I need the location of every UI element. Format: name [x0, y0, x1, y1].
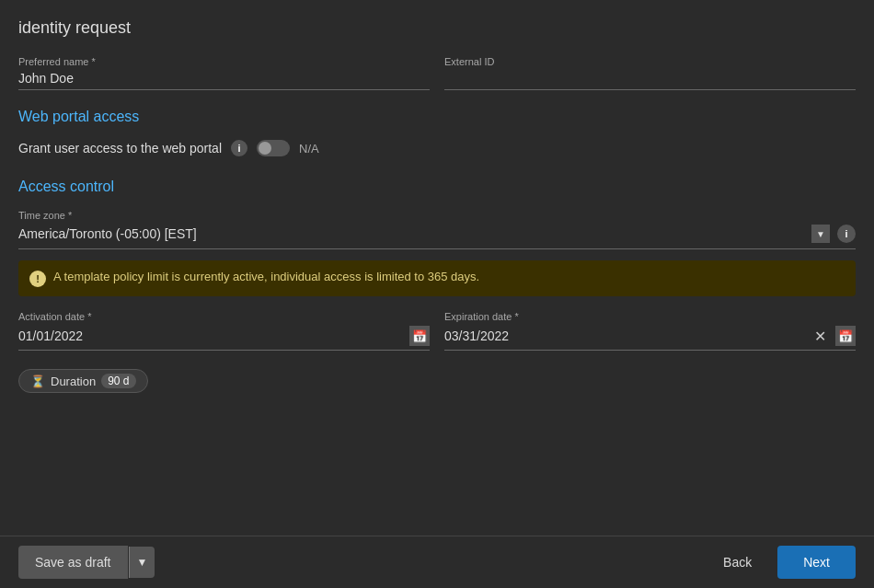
- web-portal-section-title: Web portal access: [18, 109, 856, 125]
- timezone-info-icon[interactable]: i: [837, 225, 856, 243]
- timezone-label: Time zone *: [18, 210, 856, 221]
- warning-message: A template policy limit is currently act…: [53, 270, 479, 283]
- timezone-dropdown-arrow[interactable]: ▼: [811, 225, 830, 243]
- main-content: identity request Preferred name * Extern…: [0, 0, 874, 536]
- footer-right: Back Next: [707, 546, 856, 579]
- duration-days: 90 d: [101, 374, 135, 388]
- page-title: identity request: [18, 18, 856, 38]
- external-id-group: External ID: [444, 56, 856, 90]
- preferred-name-input[interactable]: [18, 71, 430, 86]
- access-control-section-title: Access control: [18, 179, 856, 195]
- back-button[interactable]: Back: [707, 546, 768, 579]
- save-draft-button[interactable]: Save as draft: [18, 546, 128, 579]
- activation-calendar-icon[interactable]: 📅: [409, 326, 430, 346]
- duration-label: Duration: [51, 375, 96, 388]
- policy-warning-bar: ! A template policy limit is currently a…: [18, 260, 856, 296]
- expiration-date-label: Expiration date *: [444, 311, 856, 322]
- expiration-date-value: 03/31/2022: [444, 329, 509, 343]
- grant-access-label: Grant user access to the web portal: [18, 141, 222, 156]
- external-id-input[interactable]: [444, 71, 856, 86]
- expiration-date-group: Expiration date * 03/31/2022 ✕ 📅: [444, 311, 856, 351]
- hourglass-icon: ⏳: [30, 375, 45, 388]
- activation-date-label: Activation date *: [18, 311, 430, 322]
- toggle-na-label: N/A: [299, 142, 319, 156]
- timezone-value: America/Toronto (-05:00) [EST]: [18, 226, 197, 241]
- basic-fields-row: Preferred name * External ID: [18, 56, 856, 90]
- external-id-label: External ID: [444, 56, 856, 67]
- activation-date-value: 01/01/2022: [18, 329, 83, 343]
- timezone-icons: ▼ i: [811, 225, 856, 243]
- web-portal-info-icon[interactable]: i: [231, 140, 247, 156]
- web-portal-toggle[interactable]: [257, 140, 290, 156]
- duration-badge: ⏳ Duration 90 d: [18, 369, 148, 393]
- activation-date-inner: 01/01/2022 📅: [18, 326, 430, 346]
- preferred-name-label: Preferred name *: [18, 56, 430, 67]
- warning-icon: !: [29, 271, 46, 287]
- footer-left: Save as draft ▼: [18, 546, 155, 579]
- next-button[interactable]: Next: [777, 546, 856, 579]
- timezone-select-row: America/Toronto (-05:00) [EST] ▼ i: [18, 225, 856, 248]
- save-draft-dropdown-button[interactable]: ▼: [129, 547, 155, 578]
- preferred-name-group: Preferred name *: [18, 56, 430, 90]
- footer: Save as draft ▼ Back Next: [0, 536, 874, 588]
- activation-date-icons: 📅: [409, 326, 430, 346]
- expiration-date-icons: ✕ 📅: [810, 326, 856, 346]
- date-row: Activation date * 01/01/2022 📅 Expiratio…: [18, 311, 856, 351]
- activation-date-group: Activation date * 01/01/2022 📅: [18, 311, 430, 351]
- web-portal-toggle-row: Grant user access to the web portal i N/…: [18, 140, 856, 156]
- expiration-calendar-icon[interactable]: 📅: [835, 326, 856, 346]
- expiration-date-inner: 03/31/2022 ✕ 📅: [444, 326, 856, 346]
- timezone-wrapper: Time zone * America/Toronto (-05:00) [ES…: [18, 210, 856, 249]
- expiration-clear-icon[interactable]: ✕: [810, 326, 830, 346]
